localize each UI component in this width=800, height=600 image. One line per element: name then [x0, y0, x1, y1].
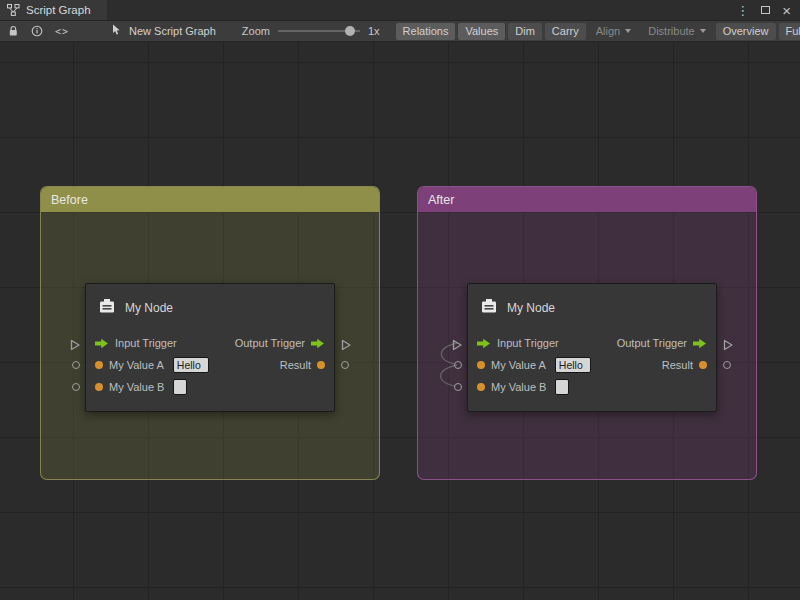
- node-icon: [480, 298, 498, 318]
- value-b-input[interactable]: [173, 379, 187, 395]
- maximize-icon[interactable]: [761, 6, 770, 14]
- zoom-control: Zoom 1x: [242, 25, 380, 37]
- values-button[interactable]: Values: [458, 23, 505, 40]
- distribute-label: Distribute: [648, 25, 694, 37]
- toolbar-buttons: Relations Values Dim Carry Align Distrib…: [396, 23, 800, 40]
- dropdown-caret-icon: [700, 29, 706, 33]
- carry-button[interactable]: Carry: [545, 23, 586, 40]
- outer-output-trigger-port[interactable]: [723, 337, 734, 355]
- port-label-value-a: My Value A: [491, 359, 546, 371]
- outer-input-trigger-port[interactable]: [70, 337, 81, 355]
- graph-toolbar: <> New Script Graph Zoom 1x Relations Va…: [0, 21, 800, 42]
- port-label-output-trigger: Output Trigger: [235, 337, 305, 349]
- port-label-result: Result: [280, 359, 311, 371]
- value-a-input[interactable]: [173, 357, 209, 373]
- outer-output-trigger-port[interactable]: [341, 337, 352, 355]
- output-trigger-port-icon[interactable]: [693, 338, 707, 349]
- port-label-input-trigger: Input Trigger: [115, 337, 177, 349]
- outer-value-a-port[interactable]: [72, 361, 80, 369]
- outer-input-trigger-port[interactable]: [452, 337, 463, 355]
- node-my-node-after[interactable]: My Node Input Trigger Output Trigger My …: [467, 283, 717, 412]
- close-icon[interactable]: ×: [782, 3, 791, 18]
- zoom-value: 1x: [368, 25, 380, 37]
- group-before-header[interactable]: Before: [41, 187, 379, 212]
- group-title: After: [428, 193, 454, 207]
- tab-title: Script Graph: [26, 4, 91, 16]
- distribute-button[interactable]: Distribute: [641, 23, 712, 40]
- node-icon: [98, 298, 116, 318]
- align-button[interactable]: Align: [589, 23, 638, 40]
- node-title: My Node: [507, 301, 555, 315]
- cursor-arrow-icon: [111, 24, 122, 38]
- output-trigger-port-icon[interactable]: [311, 338, 325, 349]
- zoom-slider[interactable]: [278, 30, 360, 32]
- align-label: Align: [596, 25, 620, 37]
- relations-button[interactable]: Relations: [396, 23, 456, 40]
- port-row-value-b: My Value B: [468, 376, 716, 398]
- input-trigger-port-icon[interactable]: [95, 338, 109, 349]
- port-row-trigger: Input Trigger Output Trigger: [468, 332, 716, 354]
- value-b-port-icon[interactable]: [477, 383, 485, 391]
- port-row-value-a: My Value A Result: [468, 354, 716, 376]
- node-header[interactable]: My Node: [468, 284, 716, 332]
- value-a-port-icon[interactable]: [477, 361, 485, 369]
- value-b-input[interactable]: [555, 379, 569, 395]
- outer-result-port[interactable]: [341, 361, 349, 369]
- zoom-slider-knob[interactable]: [345, 26, 355, 36]
- outer-result-port[interactable]: [723, 361, 731, 369]
- group-after-header[interactable]: After: [418, 187, 756, 212]
- fullscreen-button[interactable]: Full Scr: [779, 23, 800, 40]
- overview-button[interactable]: Overview: [716, 23, 776, 40]
- graph-name[interactable]: New Script Graph: [111, 24, 216, 38]
- lock-icon[interactable]: [8, 25, 19, 37]
- dim-button[interactable]: Dim: [508, 23, 542, 40]
- result-port-icon[interactable]: [699, 361, 707, 369]
- node-my-node-before[interactable]: My Node Input Trigger Output Trigger My …: [85, 283, 335, 412]
- group-title: Before: [51, 193, 88, 207]
- window-controls: ⋮ ×: [736, 0, 800, 20]
- port-label-value-a: My Value A: [109, 359, 164, 371]
- port-label-value-b: My Value B: [109, 381, 164, 393]
- outer-value-b-port[interactable]: [454, 383, 462, 391]
- value-a-port-icon[interactable]: [95, 361, 103, 369]
- window-tab-bar: Script Graph ⋮ ×: [0, 0, 800, 21]
- info-icon[interactable]: [31, 25, 43, 37]
- port-row-trigger: Input Trigger Output Trigger: [86, 332, 334, 354]
- result-port-icon[interactable]: [317, 361, 325, 369]
- zoom-label: Zoom: [242, 25, 270, 37]
- input-trigger-port-icon[interactable]: [477, 338, 491, 349]
- menu-kebab-icon[interactable]: ⋮: [736, 4, 749, 17]
- port-label-result: Result: [662, 359, 693, 371]
- dropdown-caret-icon: [625, 29, 631, 33]
- tab-script-graph[interactable]: Script Graph: [0, 0, 107, 20]
- node-title: My Node: [125, 301, 173, 315]
- graph-canvas[interactable]: Before After My Node I: [0, 42, 800, 600]
- code-view-icon[interactable]: <>: [55, 26, 69, 37]
- graph-name-label: New Script Graph: [129, 25, 216, 37]
- script-graph-icon: [7, 4, 20, 16]
- port-row-value-a: My Value A Result: [86, 354, 334, 376]
- port-label-output-trigger: Output Trigger: [617, 337, 687, 349]
- value-b-port-icon[interactable]: [95, 383, 103, 391]
- node-header[interactable]: My Node: [86, 284, 334, 332]
- port-label-input-trigger: Input Trigger: [497, 337, 559, 349]
- outer-value-b-port[interactable]: [72, 383, 80, 391]
- value-a-input[interactable]: [555, 357, 591, 373]
- outer-value-a-port[interactable]: [454, 361, 462, 369]
- port-label-value-b: My Value B: [491, 381, 546, 393]
- port-row-value-b: My Value B: [86, 376, 334, 398]
